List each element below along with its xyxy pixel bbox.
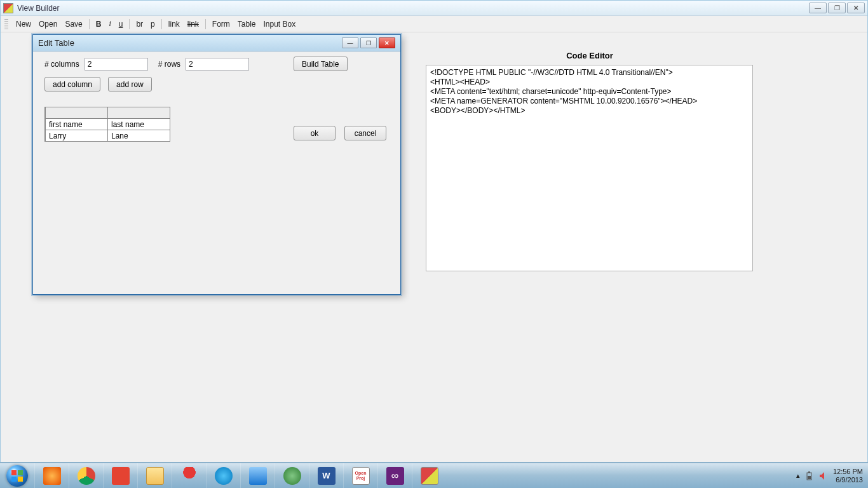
add-column-button[interactable]: add column: [44, 77, 100, 92]
table-row: first name last name: [45, 119, 170, 130]
add-row-button[interactable]: add row: [108, 77, 152, 92]
table-button[interactable]: Table: [234, 18, 260, 30]
p-button[interactable]: p: [147, 18, 159, 30]
save-menu[interactable]: Save: [61, 18, 86, 30]
svg-rect-2: [808, 476, 811, 479]
window-title: View Builder: [17, 4, 808, 13]
table-header-row: [45, 107, 170, 119]
taskbar-app-current[interactable]: [412, 463, 446, 489]
taskbar-app-openproj[interactable]: OpenProj: [343, 463, 377, 489]
word-icon: W: [318, 467, 336, 485]
taskbar: W OpenProj ∞ ▴ 12:56 PM 6/9/2013: [0, 463, 868, 488]
edit-table-dialog: Edit Table — ❐ ✕ # columns # rows Build …: [32, 34, 401, 295]
clock-time: 12:56 PM: [833, 468, 863, 476]
form-button[interactable]: Form: [208, 18, 234, 30]
svg-rect-1: [808, 471, 810, 473]
box-icon: [249, 467, 267, 485]
col-header[interactable]: [46, 107, 108, 119]
minimize-button[interactable]: —: [809, 3, 827, 13]
pin-icon: [180, 467, 198, 485]
open-menu[interactable]: Open: [35, 18, 61, 30]
maximize-button[interactable]: ❐: [828, 3, 846, 13]
rows-input[interactable]: [186, 58, 249, 71]
dialog-title-bar[interactable]: Edit Table — ❐ ✕: [33, 35, 400, 51]
columns-label: # columns: [44, 60, 79, 69]
chrome-icon: [78, 467, 95, 485]
dialog-body: # columns # rows Build Table add column …: [33, 51, 400, 148]
title-bar[interactable]: View Builder — ❐ ✕: [1, 1, 867, 16]
toolbar: New Open Save B i u br p link link Form …: [1, 16, 867, 32]
todoist-icon: [112, 467, 130, 485]
br-button[interactable]: br: [132, 18, 147, 30]
taskbar-app-box[interactable]: [240, 463, 275, 489]
cancel-button[interactable]: cancel: [344, 126, 386, 140]
taskbar-app-media-player[interactable]: [34, 463, 69, 489]
start-button[interactable]: [0, 463, 34, 489]
battery-icon[interactable]: [805, 471, 814, 480]
code-editor-title: Code Editor: [426, 51, 754, 60]
columns-input[interactable]: [85, 58, 148, 71]
clock-date: 6/9/2013: [833, 476, 863, 484]
taskbar-apps: W OpenProj ∞: [34, 463, 446, 489]
bold-button[interactable]: B: [92, 18, 105, 30]
windows-orb-icon: [6, 465, 28, 487]
build-table-button[interactable]: Build Table: [294, 57, 348, 71]
system-tray: ▴ 12:56 PM 6/9/2013: [796, 468, 868, 484]
dialog-title: Edit Table: [38, 38, 340, 48]
cell-first-name-header[interactable]: first name: [46, 119, 108, 130]
underline-button[interactable]: u: [115, 18, 127, 30]
dialog-minimize-button[interactable]: —: [342, 37, 358, 48]
toolbar-separator: [161, 19, 162, 29]
preview-table[interactable]: first name last name Larry Lane: [44, 107, 170, 142]
dialog-maximize-button[interactable]: ❐: [360, 37, 377, 48]
new-menu[interactable]: New: [12, 18, 35, 30]
dialog-footer: ok cancel: [294, 126, 386, 140]
unlink-button[interactable]: link: [184, 18, 203, 30]
media-player-icon: [43, 467, 61, 485]
taskbar-app-todoist[interactable]: [103, 463, 137, 489]
volume-icon[interactable]: [819, 471, 828, 480]
taskbar-app-ie[interactable]: [206, 463, 240, 489]
ie-icon: [215, 467, 233, 485]
code-editor-textarea[interactable]: <!DOCTYPE HTML PUBLIC "-//W3C//DTD HTML …: [426, 65, 753, 271]
table-row: Larry Lane: [45, 130, 170, 142]
dialog-close-button[interactable]: ✕: [379, 37, 395, 48]
close-button[interactable]: ✕: [847, 3, 865, 13]
input-box-button[interactable]: Input Box: [260, 18, 300, 30]
openproj-icon: OpenProj: [352, 467, 370, 485]
ok-button[interactable]: ok: [294, 126, 336, 140]
folder-icon: [146, 467, 164, 485]
taskbar-app-explorer[interactable]: [137, 463, 172, 489]
toolbar-grip-icon: [4, 19, 8, 29]
taskbar-app-pin[interactable]: [172, 463, 206, 489]
cell-first-name[interactable]: Larry: [46, 130, 108, 142]
taskbar-app-globe[interactable]: [275, 463, 309, 489]
clock[interactable]: 12:56 PM 6/9/2013: [833, 468, 863, 484]
taskbar-app-visual-studio[interactable]: ∞: [377, 463, 412, 489]
toolbar-separator: [205, 19, 206, 29]
toolbar-separator: [129, 19, 130, 29]
globe-icon: [283, 467, 301, 485]
cell-last-name[interactable]: Lane: [108, 130, 170, 142]
col-header[interactable]: [108, 107, 170, 119]
toolbar-separator: [89, 19, 90, 29]
italic-button[interactable]: i: [105, 18, 114, 30]
rows-label: # rows: [158, 60, 180, 69]
taskbar-app-chrome[interactable]: [69, 463, 103, 489]
app-icon: [3, 3, 13, 13]
visual-studio-icon: ∞: [386, 467, 404, 485]
tray-show-hidden-icon[interactable]: ▴: [796, 471, 800, 480]
svg-marker-3: [820, 472, 824, 480]
app-icon: [421, 467, 438, 485]
taskbar-app-word[interactable]: W: [309, 463, 343, 489]
link-button[interactable]: link: [165, 18, 184, 30]
cell-last-name-header[interactable]: last name: [108, 119, 170, 130]
